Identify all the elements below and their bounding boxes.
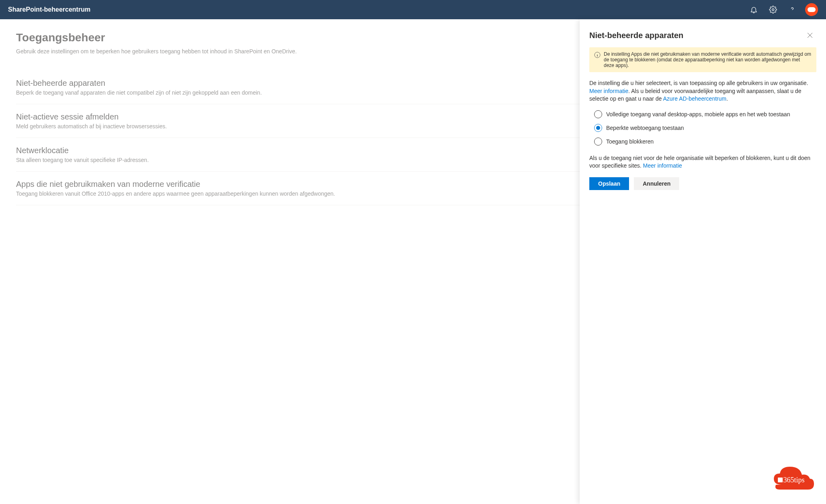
save-button[interactable]: Opslaan (589, 177, 629, 190)
radio-full-access[interactable]: Volledige toegang vanaf desktop-apps, mo… (594, 110, 816, 118)
info-icon (594, 52, 601, 58)
radio-icon (594, 124, 602, 132)
panel-intro: De instelling die u hier selecteert, is … (589, 79, 816, 103)
link-more-info[interactable]: Meer informatie (589, 88, 628, 94)
link-more-info-sites[interactable]: Meer informatie (643, 162, 682, 169)
info-message-bar: De instelling Apps die niet gebruikmaken… (589, 47, 816, 72)
app-title: SharePoint-beheercentrum (8, 6, 90, 13)
info-message-text: De instelling Apps die niet gebruikmaken… (604, 51, 812, 68)
svg-point-0 (772, 9, 774, 11)
radio-label: Beperkte webtoegang toestaan (606, 125, 684, 131)
notifications-icon[interactable] (744, 0, 763, 19)
access-radio-group: Volledige toegang vanaf desktop-apps, mo… (594, 110, 816, 146)
user-avatar[interactable] (805, 3, 818, 16)
radio-block-access[interactable]: Toegang blokkeren (594, 138, 816, 146)
svg-rect-3 (778, 478, 783, 482)
help-icon[interactable] (783, 0, 802, 19)
app-header: SharePoint-beheercentrum (0, 0, 826, 19)
close-icon[interactable] (804, 29, 816, 42)
tips-logo-badge[interactable]: 365tips (770, 465, 818, 496)
side-panel: Niet-beheerde apparaten De instelling Ap… (580, 19, 826, 504)
radio-label: Volledige toegang vanaf desktop-apps, mo… (606, 111, 790, 117)
radio-icon (594, 110, 602, 118)
radio-limited-web[interactable]: Beperkte webtoegang toestaan (594, 124, 816, 132)
svg-text:365tips: 365tips (783, 476, 804, 484)
radio-label: Toegang blokkeren (606, 138, 653, 145)
settings-icon[interactable] (763, 0, 783, 19)
panel-title: Niet-beheerde apparaten (589, 31, 804, 40)
link-azure-ad[interactable]: Azure AD-beheercentrum (663, 95, 727, 102)
radio-icon (594, 138, 602, 146)
cancel-button[interactable]: Annuleren (634, 177, 679, 190)
panel-note: Als u de toegang niet voor de hele organ… (589, 154, 816, 170)
